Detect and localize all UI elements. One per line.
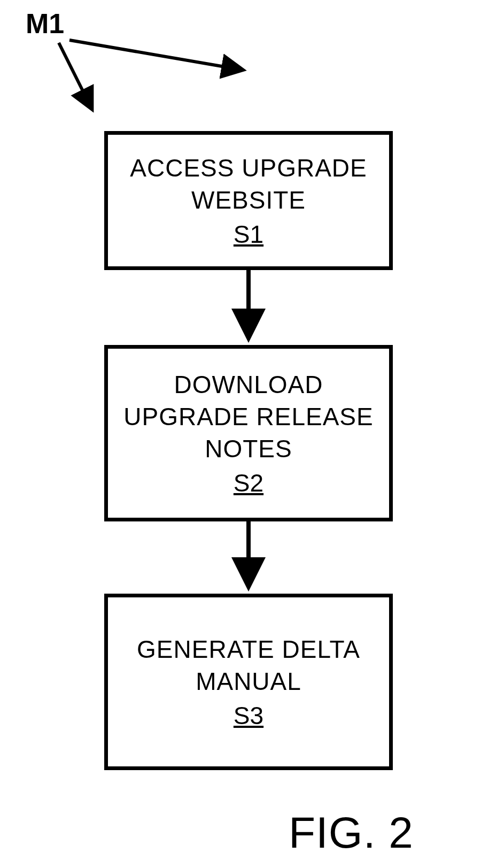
flow-step-code: S1	[234, 220, 263, 249]
svg-line-1	[59, 43, 91, 107]
flow-step-title: DOWNLOAD UPGRADE RELEASE NOTES	[113, 369, 384, 465]
figure-caption: FIG. 2	[289, 808, 414, 858]
flow-step-code: S3	[234, 701, 263, 730]
flow-step-s3: GENERATE DELTA MANUAL S3	[104, 594, 393, 770]
flow-step-s1: ACCESS UPGRADE WEBSITE S1	[104, 131, 393, 270]
flow-step-title: ACCESS UPGRADE WEBSITE	[113, 152, 384, 217]
pointer-label-m1: M1	[26, 7, 64, 40]
diagram-canvas: M1 ACCESS UPGRADE WEBSITE S1 DOWNLOAD UP…	[0, 0, 481, 868]
flow-step-s2: DOWNLOAD UPGRADE RELEASE NOTES S2	[104, 345, 393, 521]
flow-step-code: S2	[234, 468, 263, 497]
svg-line-0	[69, 40, 241, 70]
flow-step-title: GENERATE DELTA MANUAL	[113, 634, 384, 698]
